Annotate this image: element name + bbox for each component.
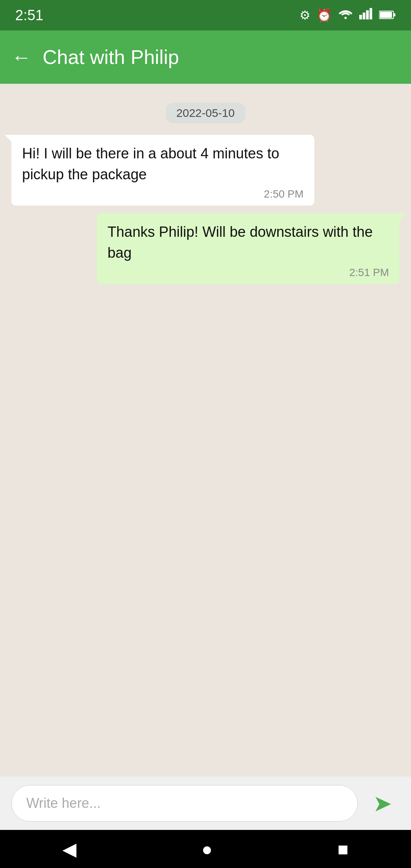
message-text-1: Hi! I will be there in a about 4 minutes… [22,145,279,182]
svg-rect-7 [380,12,392,18]
message-bubble-incoming: Hi! I will be there in a about 4 minutes… [11,135,314,206]
message-row-outgoing: Thanks Philip! Will be downstairs with t… [11,213,400,284]
message-text-2: Thanks Philip! Will be downstairs with t… [107,224,373,261]
chat-header: ← Chat with Philip [0,30,411,84]
nav-recent-button[interactable]: ■ [338,839,349,860]
message-bubble-outgoing: Thanks Philip! Will be downstairs with t… [97,213,400,284]
input-bar: ➤ [0,777,411,830]
message-time-2: 2:51 PM [107,266,389,279]
battery-icon [379,8,396,22]
send-icon: ➤ [373,790,392,817]
chat-area: 2022-05-10 Hi! I will be there in a abou… [0,84,411,777]
status-bar: 2:51 ⚙ ⏰ [0,0,411,30]
signal-icon [359,8,373,22]
svg-rect-2 [363,13,365,19]
message-time-1: 2:50 PM [22,188,304,200]
back-button[interactable]: ← [11,47,31,67]
message-row-incoming: Hi! I will be there in a about 4 minutes… [11,135,400,206]
svg-point-0 [344,17,347,19]
chat-title: Chat with Philip [43,46,179,69]
wifi-icon [338,8,353,22]
alarm-icon: ⏰ [317,8,332,22]
settings-icon: ⚙ [299,8,311,22]
nav-back-button[interactable]: ◀ [62,838,76,860]
nav-bar: ◀ ● ■ [0,830,411,868]
svg-rect-1 [359,15,362,19]
status-time: 2:51 [15,7,43,24]
status-icons: ⚙ ⏰ [299,8,396,22]
svg-rect-4 [370,8,372,19]
nav-home-button[interactable]: ● [201,839,212,860]
date-badge: 2022-05-10 [166,103,245,123]
message-input[interactable] [11,785,358,822]
date-separator: 2022-05-10 [11,103,400,123]
svg-rect-3 [366,10,369,19]
send-button[interactable]: ➤ [365,786,400,820]
svg-rect-6 [393,13,395,16]
